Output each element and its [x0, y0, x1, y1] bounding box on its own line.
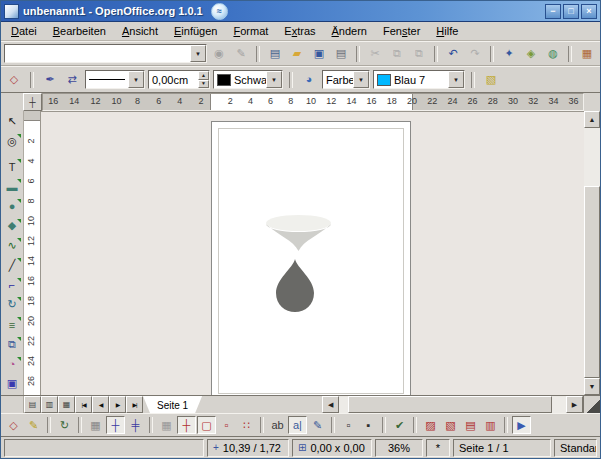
ellipse-tool[interactable]: ● [2, 198, 22, 215]
line-style-dropdown-icon[interactable]: ▼ [128, 71, 144, 88]
double-click-edit-text-icon[interactable]: ✎ [308, 416, 327, 434]
vertical-scrollbar[interactable]: ▲ ▼ [584, 111, 600, 395]
snap-to-margins-icon[interactable]: ▢ [197, 416, 216, 434]
close-button[interactable]: × [581, 4, 597, 19]
effects-rotate-tool[interactable]: ↻ [2, 296, 22, 313]
menu-datei[interactable]: Datei [3, 23, 45, 39]
last-page-button[interactable]: ▶| [126, 396, 143, 413]
show-grid-icon[interactable]: ▦ [86, 416, 105, 434]
select-text-area-icon[interactable]: a| [288, 416, 307, 434]
drawing-canvas[interactable] [41, 111, 584, 395]
large-handles-icon[interactable]: ▪ [359, 416, 378, 434]
snap-position-icon[interactable]: ▶ [512, 416, 531, 434]
scroll-down-icon[interactable]: ▼ [584, 378, 600, 395]
show-snap-lines-icon[interactable]: ┼ [106, 416, 125, 434]
new-document-icon[interactable]: ▤ [265, 44, 285, 63]
resize-corner[interactable] [583, 396, 600, 413]
minimize-button[interactable]: − [545, 4, 561, 19]
hyperlink-icon[interactable]: ◍ [543, 44, 563, 63]
rotation-mode-icon[interactable]: ↻ [55, 416, 74, 434]
horizontal-scrollbar[interactable]: ◀ ▶ [322, 396, 583, 413]
open-folder-icon[interactable]: ▰ [287, 44, 307, 63]
text-placeholder-icon[interactable]: ▤ [461, 416, 480, 434]
spin-down-icon[interactable]: ▼ [198, 80, 209, 89]
line-width-value[interactable]: 0,00cm [149, 71, 198, 88]
modify-with-attributes-icon[interactable]: ✔ [390, 416, 409, 434]
line-style-combobox[interactable]: ▼ [85, 70, 145, 89]
area-dialog-icon[interactable]: ◕ [299, 70, 319, 89]
print-icon[interactable]: ▤ [331, 44, 351, 63]
gallery-icon[interactable]: ▦ [577, 44, 597, 63]
menu-extras[interactable]: Extras [276, 23, 323, 39]
fill-color-dropdown-icon[interactable]: ▼ [448, 71, 464, 88]
quick-edit-icon[interactable]: ab [268, 416, 287, 434]
fill-style-dropdown-icon[interactable]: ▼ [353, 71, 369, 88]
cut-icon[interactable]: ✂ [365, 44, 385, 63]
status-zoom-cell[interactable]: 36% [375, 439, 423, 457]
alignment-tool[interactable]: ≡ [2, 316, 22, 333]
spin-up-icon[interactable]: ▲ [198, 71, 209, 80]
save-icon[interactable]: ▣ [309, 44, 329, 63]
edit-file-icon[interactable]: ✎ [231, 44, 251, 63]
fill-style-combobox[interactable]: Farbe ▼ [322, 70, 370, 89]
vertical-ruler[interactable]: 246810121416182022242628 [24, 111, 41, 395]
interaction-tool[interactable]: ▣ [2, 375, 22, 392]
page-tab-seite-1[interactable]: Seite 1 [143, 396, 202, 413]
paste-icon[interactable]: ⧉ [409, 44, 429, 63]
edit-points-icon[interactable]: ◇ [4, 70, 24, 89]
select-tool[interactable]: ↖ [2, 113, 22, 130]
next-page-button[interactable]: ▶ [109, 396, 126, 413]
vertical-scroll-thumb[interactable] [584, 186, 600, 378]
fill-color-combobox[interactable]: Blau 7 ▼ [373, 70, 465, 89]
page-mode-button[interactable]: ▤ [24, 396, 41, 413]
simple-handles-icon[interactable]: ▫ [339, 416, 358, 434]
helplines-moving-icon[interactable]: ╪ [126, 416, 145, 434]
url-input[interactable] [5, 45, 190, 62]
url-dropdown-icon[interactable]: ▼ [190, 45, 206, 62]
menu-einfgen[interactable]: Einfügen [166, 23, 225, 39]
prev-page-button[interactable]: ◀ [92, 396, 109, 413]
redo-icon[interactable]: ↷ [465, 44, 485, 63]
picture-placeholder-icon[interactable]: ▨ [421, 416, 440, 434]
curve-tool[interactable]: ∿ [2, 237, 22, 254]
snap-to-border-icon[interactable]: ▫ [217, 416, 236, 434]
zoom-tool[interactable]: ◎ [2, 133, 22, 150]
master-mode-button[interactable]: ▥ [41, 396, 58, 413]
scroll-right-icon[interactable]: ▶ [566, 396, 583, 413]
line-width-spinner[interactable]: 0,00cm ▲▼ [148, 70, 210, 89]
insert-tool[interactable]: ◔ [2, 356, 22, 373]
horizontal-scroll-thumb[interactable] [348, 396, 552, 413]
direct-edit-icon[interactable]: ✎ [24, 416, 43, 434]
lines-arrows-tool[interactable]: ╱ [2, 257, 22, 274]
line-color-combobox[interactable]: Schwarz ▼ [213, 70, 283, 89]
line-dialog-icon[interactable]: ✒ [40, 70, 60, 89]
stop-icon[interactable]: ◉ [209, 44, 229, 63]
snap-to-points-icon[interactable]: ∷ [237, 416, 256, 434]
line-color-dropdown-icon[interactable]: ▼ [266, 71, 282, 88]
arrange-tool[interactable]: ⧉ [2, 336, 22, 353]
undo-icon[interactable]: ↶ [443, 44, 463, 63]
text-tool[interactable]: T [2, 158, 22, 175]
edit-points-mode-icon[interactable]: ◇ [4, 416, 23, 434]
snap-to-snap-lines-icon[interactable]: ┼ [177, 416, 196, 434]
menu-fenster[interactable]: Fenster [375, 23, 428, 39]
rectangle-tool[interactable]: ▬ [2, 178, 22, 195]
document-page[interactable] [211, 121, 411, 395]
scroll-left-icon[interactable]: ◀ [322, 396, 339, 413]
first-page-button[interactable]: |◀ [75, 396, 92, 413]
contour-mode-icon[interactable]: ▧ [441, 416, 460, 434]
stylist-icon[interactable]: ◈ [521, 44, 541, 63]
menu-ndern[interactable]: Ändern [324, 23, 375, 39]
url-combobox[interactable]: ▼ [4, 44, 207, 63]
navigator-icon[interactable]: ✦ [499, 44, 519, 63]
horizontal-ruler[interactable]: 1614121086422468101214161820222426283032… [42, 93, 584, 111]
line-contour-icon[interactable]: ▥ [481, 416, 500, 434]
menu-ansicht[interactable]: Ansicht [114, 23, 166, 39]
ruler-origin-button[interactable]: ┼ [23, 93, 42, 111]
maximize-button[interactable]: □ [563, 4, 579, 19]
connector-tool[interactable]: ⌐ [2, 277, 22, 294]
layer-mode-button[interactable]: ▦ [58, 396, 75, 413]
menu-format[interactable]: Format [225, 23, 276, 39]
arrow-style-icon[interactable]: ⇄ [62, 70, 82, 89]
status-style-cell[interactable]: Standard [554, 439, 597, 457]
